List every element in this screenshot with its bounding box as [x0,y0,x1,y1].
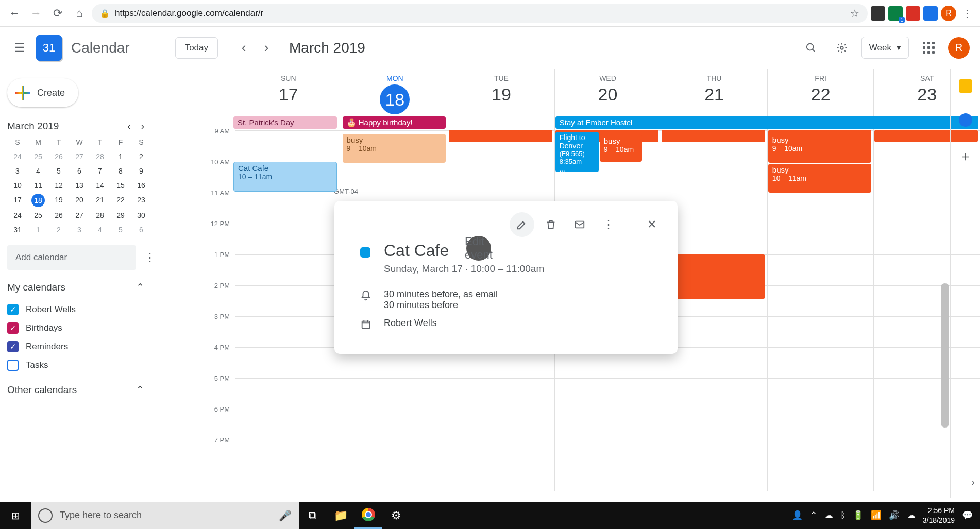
mini-day[interactable]: 14 [90,181,110,190]
mini-day[interactable]: 25 [28,152,48,161]
mini-day[interactable]: 11 [28,181,48,190]
calendar-item[interactable]: ✓Robert Wells [7,300,165,319]
start-button[interactable]: ⊞ [0,502,31,529]
mini-day[interactable]: 6 [69,167,90,175]
mini-day[interactable]: 8 [110,167,131,175]
main-menu-icon[interactable]: ☰ [7,36,32,60]
keep-addon-icon[interactable] [959,79,972,93]
mini-day[interactable]: 28 [90,211,110,219]
calendar-event[interactable]: Flight to Denver(F9 565)8:35am – ...Rale… [555,132,599,172]
browser-menu-icon[interactable]: ⋮ [959,7,975,20]
mini-day[interactable]: 31 [7,226,28,234]
calendar-item[interactable]: ✓Birthdays [7,319,165,337]
steam-icon[interactable]: ⚙ [382,502,410,529]
calendar-event[interactable]: 🎂 Happy birthday! [343,116,446,129]
mini-day[interactable]: 26 [48,152,69,161]
forward-button[interactable]: → [27,4,45,23]
people-icon[interactable]: 👤 [792,510,803,521]
extension-icon-4[interactable] [923,6,938,21]
task-view-icon[interactable]: ⧉ [299,502,327,529]
mini-day[interactable]: 1 [110,152,131,161]
mini-calendar[interactable]: SMTWTFS242526272812345678910111213141516… [7,138,151,234]
delete-event-button[interactable] [538,212,563,237]
view-selector[interactable]: Week ▾ [861,37,909,59]
calendar-event[interactable]: St. Patrick's Day [233,116,337,129]
notifications-icon[interactable]: 💬 [962,510,973,521]
calendar-event[interactable]: Stay at Ember Hostel [555,116,978,129]
mini-day[interactable]: 13 [69,181,90,190]
mini-day[interactable]: 2 [131,152,151,161]
account-avatar[interactable]: R [948,37,970,59]
date-number[interactable]: 17 [235,84,342,105]
add-calendar-input[interactable]: Add calendar [7,245,136,270]
calendar-event[interactable]: Cat Cafe10 – 11am [233,162,337,192]
hide-side-panel-button[interactable]: › [971,476,975,488]
mini-day[interactable]: 16 [131,181,151,190]
mini-day[interactable]: 1 [28,226,48,234]
mini-day[interactable]: 4 [28,167,48,175]
mini-day[interactable]: 28 [90,152,110,161]
mini-day[interactable]: 4 [90,226,110,234]
mini-day[interactable]: 24 [7,152,28,161]
tasks-addon-icon[interactable] [959,113,972,127]
mini-day[interactable]: 9 [131,167,151,175]
mini-prev-month[interactable]: ‹ [127,121,130,132]
date-number[interactable]: 20 [555,84,661,105]
address-bar[interactable]: 🔒 https://calendar.google.com/calendar/r… [92,4,868,23]
onedrive-icon[interactable]: ☁ [824,510,833,521]
calendar-item[interactable]: ✓Reminders [7,337,165,356]
browser-profile-avatar[interactable]: R [941,6,956,21]
mini-day[interactable]: 29 [110,211,131,219]
get-addons-button[interactable]: ＋ [959,147,972,165]
mini-day[interactable]: 30 [131,211,151,219]
date-number[interactable]: 19 [448,84,554,105]
mini-day[interactable]: 17 [7,196,28,205]
mini-day[interactable]: 21 [90,196,110,205]
other-calendars-toggle[interactable]: Other calendars ⌃ [7,384,165,396]
mini-day[interactable]: 3 [7,167,28,175]
search-icon[interactable] [800,37,822,59]
calendar-checkbox[interactable]: ✓ [7,322,19,334]
edit-event-button[interactable] [510,212,534,237]
back-button[interactable]: ← [5,4,24,23]
bookmark-star-icon[interactable]: ☆ [850,7,859,20]
mini-day[interactable]: 20 [69,196,90,205]
mini-day[interactable]: 5 [48,167,69,175]
date-number[interactable]: 18 [380,84,410,114]
date-number[interactable]: 22 [768,84,874,105]
mini-day[interactable]: 2 [48,226,69,234]
calendar-checkbox[interactable]: ✓ [7,341,19,352]
mic-icon[interactable]: 🎤 [279,509,292,522]
scrollbar-thumb[interactable] [941,283,949,428]
calendar-item[interactable]: Tasks [7,356,165,374]
today-button[interactable]: Today [175,37,218,59]
mini-day[interactable]: 15 [110,181,131,190]
bluetooth-icon[interactable]: ᛒ [840,510,846,521]
email-guests-button[interactable] [567,212,592,237]
extension-icon-3[interactable] [906,6,920,21]
add-calendar-menu-icon[interactable]: ⋮ [144,251,156,264]
calendar-event[interactable]: busy9 – 10am [343,134,446,163]
date-number[interactable]: 21 [661,84,767,105]
battery-icon[interactable]: 🔋 [853,510,864,521]
create-button[interactable]: Create [7,78,78,107]
mini-day[interactable]: 7 [90,167,110,175]
reload-button[interactable]: ⟳ [48,4,67,23]
day-column[interactable]: SUN17 [235,69,342,491]
mini-day[interactable]: 6 [131,226,151,234]
mini-day[interactable]: 19 [48,196,69,205]
calendar-event[interactable]: busy9 – 10am [768,134,872,163]
calendar-event[interactable] [449,130,552,142]
calendar-event[interactable]: busy10 – 11am [768,164,872,193]
extension-icon-2[interactable]: 1 [888,6,903,21]
mini-day[interactable]: 24 [7,211,28,219]
mini-day[interactable]: 22 [110,196,131,205]
taskbar-search[interactable]: Type here to search 🎤 [31,502,299,529]
calendar-event[interactable] [662,130,765,142]
mini-day[interactable]: 10 [7,181,28,190]
close-popup-button[interactable]: ✕ [639,212,664,237]
home-button[interactable]: ⌂ [70,4,89,23]
sync-icon[interactable]: ☁ [907,510,916,521]
mini-next-month[interactable]: › [141,121,144,132]
mini-day[interactable]: 25 [28,211,48,219]
